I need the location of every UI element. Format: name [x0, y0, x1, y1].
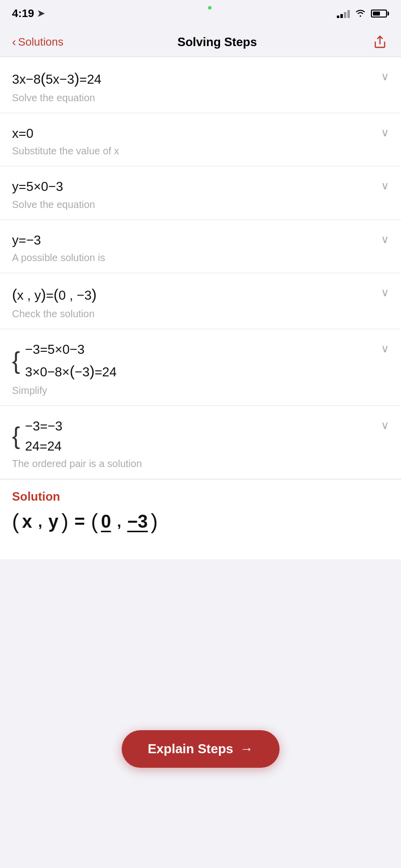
back-label: Solutions: [18, 36, 64, 49]
step-math: x=0: [12, 124, 373, 142]
step-math: { −3=5×0−3 3×0−8×(−3)=24: [12, 340, 373, 381]
system-line: −3=−3: [25, 417, 62, 435]
step-content: y=−3 A possible solution is: [12, 231, 373, 264]
wifi-icon: [355, 8, 366, 20]
page-title: Solving Steps: [177, 35, 257, 49]
curly-brace-icon: {: [12, 349, 20, 373]
nav-bar: ‹ Solutions Solving Steps: [0, 27, 401, 57]
system-line: 3×0−8×(−3)=24: [25, 361, 117, 382]
status-bar: 4:19 ➤: [0, 0, 401, 27]
step-content: { −3=5×0−3 3×0−8×(−3)=24 Simplify: [12, 340, 373, 396]
step-math: { −3=−3 24=24: [12, 417, 373, 456]
step-description: Solve the equation: [12, 92, 373, 104]
step-description: A possible solution is: [12, 252, 373, 264]
step-description: Substitute the value of x: [12, 145, 373, 157]
step-row[interactable]: x=0 Substitute the value of x ∨: [0, 113, 401, 166]
signal-dot: [208, 6, 212, 10]
content-area: 3x−8(5x−3)=24 Solve the equation ∨ x=0 S…: [0, 57, 401, 559]
share-button[interactable]: [371, 33, 389, 51]
step-description: Solve the equation: [12, 199, 373, 210]
battery-icon: [371, 10, 387, 18]
chevron-down-icon: ∨: [381, 70, 389, 83]
explain-steps-arrow-icon: →: [240, 741, 253, 757]
solution-section: Solution ( x , y ) = ( 0 , −3 ): [0, 479, 401, 559]
chevron-left-icon: ‹: [12, 35, 16, 49]
step-math: 3x−8(5x−3)=24: [12, 68, 373, 89]
system-lines: −3=5×0−3 3×0−8×(−3)=24: [25, 340, 117, 381]
time-display: 4:19: [12, 7, 34, 20]
location-arrow-icon: ➤: [37, 8, 45, 19]
step-content: y=5×0−3 Solve the equation: [12, 177, 373, 210]
step-content: 3x−8(5x−3)=24 Solve the equation: [12, 68, 373, 104]
chevron-down-icon: ∨: [381, 233, 389, 246]
step-description: The ordered pair is a solution: [12, 458, 373, 470]
step-row[interactable]: { −3=5×0−3 3×0−8×(−3)=24 Simplify ∨: [0, 329, 401, 405]
step-row[interactable]: 3x−8(5x−3)=24 Solve the equation ∨: [0, 57, 401, 113]
share-icon: [373, 35, 387, 49]
chevron-down-icon: ∨: [381, 126, 389, 139]
step-content: x=0 Substitute the value of x: [12, 124, 373, 157]
step-row[interactable]: { −3=−3 24=24 The ordered pair is a solu…: [0, 406, 401, 480]
explain-steps-label: Explain Steps: [148, 741, 234, 757]
step-content: { −3=−3 24=24 The ordered pair is a solu…: [12, 417, 373, 470]
chevron-down-icon: ∨: [381, 179, 389, 192]
step-description: Check the solution: [12, 308, 373, 320]
step-row[interactable]: (x , y)=(0 , −3) Check the solution ∨: [0, 273, 401, 329]
back-button[interactable]: ‹ Solutions: [12, 35, 64, 49]
system-lines: −3=−3 24=24: [25, 417, 62, 456]
system-line: 24=24: [25, 437, 62, 455]
step-content: (x , y)=(0 , −3) Check the solution: [12, 284, 373, 320]
solution-label: Solution: [12, 490, 389, 504]
step-description: Simplify: [12, 385, 373, 396]
signal-strength-icon: [337, 9, 350, 18]
step-math: y=5×0−3: [12, 177, 373, 195]
step-math: (x , y)=(0 , −3): [12, 284, 373, 305]
step-row[interactable]: y=5×0−3 Solve the equation ∨: [0, 166, 401, 220]
step-row[interactable]: y=−3 A possible solution is ∨: [0, 220, 401, 273]
status-icons: [337, 8, 387, 20]
status-time: 4:19 ➤: [12, 7, 45, 20]
chevron-down-icon: ∨: [381, 286, 389, 299]
explain-steps-button[interactable]: Explain Steps →: [122, 730, 280, 768]
step-math: y=−3: [12, 231, 373, 249]
solution-math: ( x , y ) = ( 0 , −3 ): [12, 510, 389, 534]
curly-brace-icon: {: [12, 424, 20, 448]
system-line: −3=5×0−3: [25, 340, 117, 358]
chevron-down-icon: ∨: [381, 342, 389, 355]
chevron-down-icon: ∨: [381, 419, 389, 432]
